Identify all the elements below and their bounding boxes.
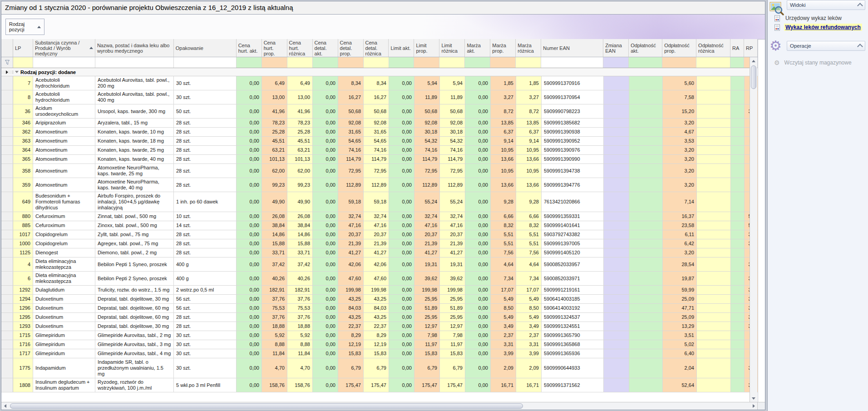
filter-cell-cena_detal_prop[interactable]	[338, 57, 364, 68]
filter-cell-marza_prop[interactable]	[490, 57, 516, 68]
grid-row[interactable]: 1717GlimepiridumGlimepiride Aurovitas, t…	[1, 349, 758, 358]
column-header-name[interactable]: Nazwa, postać i dawka leku albo wyrobu m…	[95, 39, 174, 57]
column-header-cena_detal_akt[interactable]: Cena detal. akt.	[313, 39, 338, 57]
grid-row[interactable]: 358AtomoxetinumAtomoxetine NeuroPharma, …	[1, 164, 758, 178]
group-expand-button[interactable]	[13, 71, 20, 73]
grid-row[interactable]: 364AtomoxetinumKonaten, kaps. twarde, 25…	[1, 146, 758, 155]
column-header-odpl_prop[interactable]: Odpłatność prop.	[662, 39, 696, 57]
filter-cell-odpl_akt[interactable]	[629, 57, 662, 68]
filter-cell-limit_prop[interactable]	[414, 57, 439, 68]
cell-limit_akt: 0,00	[389, 304, 414, 312]
vertical-scroll-thumb[interactable]	[751, 65, 756, 89]
filter-cell-odpl_roz[interactable]	[696, 57, 730, 68]
grid-row[interactable]: 1293DuloxetinumDepratal, tabl. dojelitow…	[1, 322, 758, 331]
grid-row[interactable]: 1295DuloxetinumDepratal, tabl. dojelitow…	[1, 313, 758, 322]
group-by-chip-rodzaj-pozycji[interactable]: Rodzaj pozycji	[5, 19, 44, 35]
filter-cell-limit_akt[interactable]	[389, 57, 414, 68]
grid-row[interactable]: 362AtomoxetinumKonaten, kaps. twarde, 10…	[1, 128, 758, 137]
grid-row[interactable]: 1294DuloxetinumDepratal, tabl. dojelitow…	[1, 295, 758, 304]
column-header-odpl_roz[interactable]: Odpłatność różnica	[696, 39, 730, 57]
filter-cell-marza_akt[interactable]	[465, 57, 490, 68]
grid-row[interactable]: 1292DulaglutidumTrulicity, roztw. do wst…	[1, 286, 758, 295]
filter-cell-lp[interactable]	[13, 57, 33, 68]
cell-cena_detal_prop: 42,06	[338, 257, 364, 271]
grid-row[interactable]: 359AtomoxetinumAtomoxetine NeuroPharma, …	[1, 178, 758, 192]
scroll-right-button[interactable]	[750, 402, 757, 410]
grid-row[interactable]: 1296DuloxetinumDepratal, tabl. dojelitow…	[1, 304, 758, 313]
grid-row[interactable]: 1125DienogestDiemono, tabl. powl., 2 mg2…	[1, 248, 758, 257]
filter-cell-ean[interactable]	[541, 57, 603, 68]
filter-cell-cena_hurt_akt[interactable]	[237, 57, 262, 68]
filter-cell-name[interactable]	[95, 57, 174, 68]
filter-cell-pack[interactable]	[174, 57, 237, 68]
horizontal-scrollbar[interactable]	[1, 402, 757, 410]
filter-cell-cena_hurt_roz[interactable]	[287, 57, 313, 68]
column-header-cena_detal_roz[interactable]: Cena detal. różnica	[364, 39, 389, 57]
grid-row[interactable]: 8Acebutololi hydrochloridumAcebutolol Au…	[1, 90, 758, 104]
filter-cell-substance[interactable]	[33, 57, 95, 68]
grid-row[interactable]: 1775IndapamidumIndapamide SR, tabl. o pr…	[1, 358, 758, 378]
grid-row[interactable]: 649Budesonidum + Formoteroli fumaras dih…	[1, 192, 758, 212]
grid-row[interactable]: 880CefuroximumZinnat, tabl. powl., 500 m…	[1, 212, 758, 221]
nav-item-wykaz-lekow-refundowanych[interactable]: Wykaz leków refundowanych	[774, 24, 868, 31]
grid-row[interactable]: 1000ClopidogrelumAgregex, tabl. powl., 7…	[1, 239, 758, 248]
column-header-marza_akt[interactable]: Marża akt.	[465, 39, 490, 57]
group-by-panel[interactable]: Rodzaj pozycji	[1, 15, 765, 40]
filter-cell-zmiana_ean[interactable]	[603, 57, 629, 68]
column-header-ean[interactable]: Numer EAN	[541, 39, 603, 57]
cell-name: Acebutolol Aurovitas, tabl. powl., 400 m…	[95, 90, 174, 104]
column-header-cena_detal_prop[interactable]: Cena detal. prop.	[338, 39, 364, 57]
column-header-zmiana_ean[interactable]: Zmiana EAN	[603, 39, 629, 57]
cell-zmiana_ean	[604, 248, 629, 257]
filter-cell-cena_detal_roz[interactable]	[364, 57, 389, 68]
sidebar-group-operacje[interactable]: Operacje	[787, 41, 865, 51]
column-header-limit_prop[interactable]: Limit prop.	[414, 39, 439, 57]
column-header-pack[interactable]: Opakowanie	[174, 39, 237, 57]
column-header-cena_hurt_prop[interactable]: Cena hurt. prop.	[262, 39, 287, 57]
column-header-marza_prop[interactable]: Marża prop.	[490, 39, 516, 57]
vertical-scrollbar[interactable]	[750, 57, 757, 402]
grid-row[interactable]: 1715GlimepiridumGlimepiride Aurovitas, t…	[1, 331, 758, 340]
column-header-limit_roz[interactable]: Limit różnica	[439, 39, 465, 57]
collapse-chevron-icon[interactable]	[857, 3, 863, 9]
group-row-dodane[interactable]: Rodzaj pozycji: dodane	[1, 68, 758, 76]
grid-row[interactable]: 365AtomoxetinumKonaten, kaps. twarde, 40…	[1, 155, 758, 164]
auto-filter-row[interactable]	[1, 57, 758, 68]
grid-row[interactable]: 4Dieta eliminacyjna mlekozastępczaBebilo…	[1, 257, 758, 272]
filter-cell-ra[interactable]	[730, 57, 744, 68]
grid-row[interactable]: 363AtomoxetinumKonaten, kaps. twarde, 18…	[1, 137, 758, 146]
column-header-cena_hurt_akt[interactable]: Cena hurt. akt.	[237, 39, 262, 57]
filter-cell-limit_roz[interactable]	[439, 57, 465, 68]
filter-cell-cena_hurt_prop[interactable]	[262, 57, 287, 68]
column-header-marza_roz[interactable]: Marża różnica	[516, 39, 541, 57]
filter-cell-cena_detal_akt[interactable]	[313, 57, 338, 68]
nav-item-urzedowy-wykaz-lekow[interactable]: Urzędowy wykaz leków	[774, 15, 868, 22]
column-header-lp[interactable]: LP	[13, 39, 33, 57]
filter-cell-odpl_prop[interactable]	[662, 57, 696, 68]
filter-cell-marza_roz[interactable]	[516, 57, 541, 68]
column-header-cena_hurt_roz[interactable]: Cena hurt. różnica	[287, 39, 313, 57]
column-header-odpl_akt[interactable]: Odpłatność akt.	[629, 39, 662, 57]
cell-cena_detal_roz: 199,98	[364, 286, 389, 294]
grid-row[interactable]: 6Dieta eliminacyjna mlekozastępczaBebilo…	[1, 272, 758, 286]
grid-row[interactable]: 1017ClopidogrelumZyllt, tabl. powl., 75 …	[1, 230, 758, 239]
grid-row[interactable]: 346AripiprazolumAryzalera, tabl., 15 mg2…	[1, 119, 758, 128]
grid-row[interactable]: 1716GlimepiridumGlimepiride Aurovitas, t…	[1, 340, 758, 349]
scroll-up-button[interactable]	[750, 57, 757, 64]
grid-row[interactable]: 7Acebutololi hydrochloridumAcebutolol Au…	[1, 76, 758, 90]
column-header-ra[interactable]: RA	[730, 39, 744, 57]
action-wczytaj-stany-magazynowe[interactable]: ⚙ Wczytaj stany magazynowe	[774, 59, 868, 66]
column-header-limit_akt[interactable]: Limit akt.	[389, 39, 414, 57]
collapse-chevron-icon[interactable]	[857, 44, 863, 50]
horizontal-scroll-thumb[interactable]	[10, 403, 523, 409]
grid-row[interactable]: 1808Insulinum degludecum + Insulinum asp…	[1, 378, 758, 392]
sidebar-group-widoki[interactable]: Widoki	[787, 0, 865, 10]
cell-odpl_prop: 6,11	[663, 230, 697, 239]
column-header-substance[interactable]: Substancja czynna / Produkt / Wyrób medy…	[33, 39, 95, 57]
cell-limit_prop: 72,95	[414, 164, 440, 178]
grid-row[interactable]: 36Acidum ursodeoxycholicumUrsopol, kaps.…	[1, 104, 758, 119]
scroll-left-button[interactable]	[1, 402, 9, 410]
scroll-down-button[interactable]	[750, 395, 757, 402]
grid-row[interactable]: 885CefuroximumZinoxx, tabl. powl., 500 m…	[1, 221, 758, 230]
column-header-rp[interactable]: RP	[744, 39, 758, 57]
